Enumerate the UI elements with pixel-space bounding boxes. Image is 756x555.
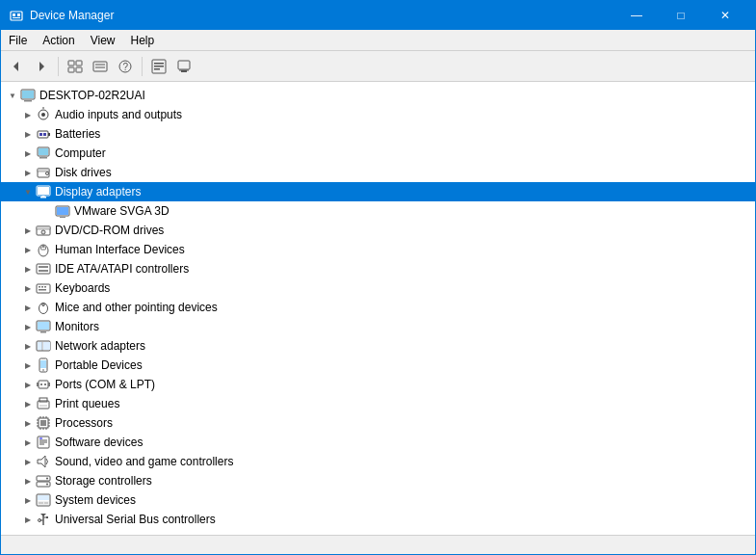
- tree-network[interactable]: ▶ Network adapters: [1, 336, 755, 356]
- tree-vmware[interactable]: ▶ VMware SVGA 3D: [1, 201, 755, 221]
- monitors-icon: [36, 319, 51, 334]
- display-expand[interactable]: ▼: [20, 184, 36, 199]
- tree-processors[interactable]: ▶: [1, 413, 755, 433]
- svg-point-107: [46, 484, 48, 486]
- back-button[interactable]: [5, 55, 28, 78]
- svg-rect-25: [26, 99, 30, 100]
- tree-print[interactable]: ▶ Print queues: [1, 394, 755, 413]
- tree-computer[interactable]: ▶ Computer: [1, 144, 755, 163]
- dvd-expand[interactable]: ▶: [20, 223, 36, 238]
- tree-ports[interactable]: ▶ Ports (COM & LPT): [1, 375, 755, 394]
- svg-rect-7: [76, 61, 82, 66]
- svg-rect-56: [39, 270, 48, 272]
- disk-icon: [36, 165, 51, 180]
- toolbar: ?: [1, 51, 755, 82]
- svg-rect-2: [17, 13, 20, 16]
- tree-root[interactable]: ▼ DESKTOP-02R2UAI: [1, 86, 755, 105]
- software-expand[interactable]: ▶: [20, 435, 36, 450]
- tree-system[interactable]: ▶ System devices: [1, 490, 755, 510]
- audio-expand[interactable]: ▶: [20, 107, 36, 122]
- network-expand[interactable]: ▶: [20, 338, 36, 354]
- tree-sound[interactable]: ▶ Sound, video and game controllers: [1, 452, 755, 471]
- status-bar: [1, 535, 755, 554]
- ide-label: IDE ATA/ATAPI controllers: [55, 262, 189, 276]
- devices-button[interactable]: [89, 55, 112, 78]
- tree-monitors[interactable]: ▶ Monitors: [1, 317, 755, 336]
- svg-rect-77: [37, 383, 39, 386]
- vmware-icon: [55, 203, 70, 219]
- content-area: ▼ DESKTOP-02R2UAI ▶: [1, 82, 755, 535]
- hid-icon: [36, 242, 51, 257]
- ide-expand[interactable]: ▶: [20, 261, 36, 277]
- disk-expand[interactable]: ▶: [20, 165, 36, 180]
- processors-expand[interactable]: ▶: [20, 415, 36, 431]
- tree-display[interactable]: ▼ Display adapters: [1, 182, 755, 201]
- computer-device-icon: [36, 145, 51, 161]
- sound-icon: [36, 454, 51, 469]
- tree-keyboard[interactable]: ▶ Keyboards: [1, 278, 755, 298]
- tree-mice[interactable]: ▶ Mice and other pointing devices: [1, 298, 755, 317]
- mice-icon: [36, 300, 51, 315]
- tree-disk[interactable]: ▶ Disk drives: [1, 163, 755, 182]
- print-label: Print queues: [55, 397, 119, 410]
- toolbar-separator-1: [58, 57, 59, 76]
- computer-expand[interactable]: ▶: [20, 145, 36, 161]
- tree-audio[interactable]: ▶ Audio inputs and outputs: [1, 105, 755, 124]
- properties-button[interactable]: [147, 55, 170, 78]
- tree-portable[interactable]: ▶ Portable Devices: [1, 356, 755, 375]
- ports-expand[interactable]: ▶: [20, 377, 36, 392]
- keyboard-expand[interactable]: ▶: [20, 280, 36, 296]
- tree-usb[interactable]: ▶ Universal Serial Bus controllers: [1, 510, 755, 529]
- svg-marker-4: [13, 62, 18, 71]
- svg-rect-112: [44, 502, 48, 504]
- menu-bar: File Action View Help: [1, 30, 755, 51]
- svg-point-79: [40, 383, 42, 385]
- portable-expand[interactable]: ▶: [20, 357, 36, 373]
- dvd-icon: [36, 223, 51, 238]
- svg-point-75: [42, 369, 44, 371]
- tree-dvd[interactable]: ▶ DVD/CD-ROM drives: [1, 221, 755, 240]
- svg-rect-83: [39, 405, 47, 407]
- root-expand[interactable]: ▼: [5, 88, 20, 103]
- svg-point-39: [46, 172, 49, 175]
- audio-icon: [36, 107, 51, 122]
- usb-icon: [36, 512, 51, 527]
- maximize-button[interactable]: □: [659, 1, 703, 30]
- show-hide-button[interactable]: [64, 55, 87, 78]
- tree-software[interactable]: ▶ Software devices: [1, 433, 755, 452]
- hid-label: Human Interface Devices: [55, 243, 185, 256]
- menu-file[interactable]: File: [1, 30, 35, 51]
- hid-expand[interactable]: ▶: [20, 242, 36, 257]
- tree-ide[interactable]: ▶ IDE ATA/ATAPI controllers: [1, 259, 755, 278]
- batteries-label: Batteries: [55, 127, 100, 141]
- menu-action[interactable]: Action: [35, 30, 82, 51]
- svg-rect-48: [37, 226, 50, 229]
- mice-expand[interactable]: ▶: [20, 300, 36, 315]
- svg-rect-23: [24, 100, 32, 102]
- ports-icon: [36, 377, 51, 392]
- usb-expand[interactable]: ▶: [20, 512, 36, 527]
- display-label: Display adapters: [55, 185, 141, 198]
- close-button[interactable]: ✕: [703, 1, 747, 30]
- storage-expand[interactable]: ▶: [20, 473, 36, 489]
- monitors-expand[interactable]: ▶: [20, 319, 36, 334]
- tree-batteries[interactable]: ▶ Batteries: [1, 124, 755, 144]
- minimize-button[interactable]: —: [614, 1, 659, 30]
- tree-storage[interactable]: ▶ Storage controllers: [1, 471, 755, 490]
- help-button[interactable]: ?: [114, 55, 137, 78]
- root-label: DESKTOP-02R2UAI: [39, 89, 145, 102]
- svg-rect-76: [39, 381, 48, 388]
- batteries-expand[interactable]: ▶: [20, 126, 36, 142]
- sound-expand[interactable]: ▶: [20, 454, 36, 469]
- svg-rect-60: [44, 286, 46, 288]
- svg-rect-0: [11, 12, 22, 20]
- tree-hid[interactable]: ▶ Human Interface Devices: [1, 240, 755, 259]
- menu-help[interactable]: Help: [123, 30, 163, 51]
- forward-button[interactable]: [30, 55, 53, 78]
- system-label: System devices: [55, 493, 136, 507]
- print-expand[interactable]: ▶: [20, 396, 36, 411]
- monitor-button[interactable]: [172, 55, 196, 78]
- menu-view[interactable]: View: [83, 30, 123, 51]
- system-expand[interactable]: ▶: [20, 492, 36, 508]
- tree-view[interactable]: ▼ DESKTOP-02R2UAI ▶: [1, 82, 755, 535]
